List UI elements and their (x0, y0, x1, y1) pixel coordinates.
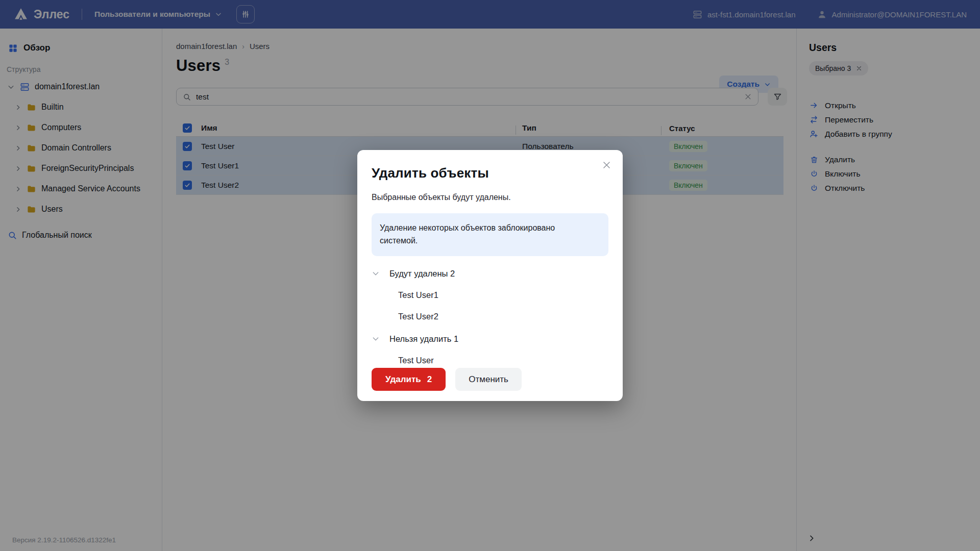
chevron-down-icon (372, 269, 380, 278)
cancel-button-label: Отменить (469, 374, 508, 384)
delete-button-label: Удалить (385, 374, 421, 385)
modal-subtitle: Выбранные объекты будут удалены. (372, 193, 608, 202)
confirm-delete-button[interactable]: Удалить 2 (372, 368, 446, 391)
modal-info-box: Удаление некоторых объектов заблокирован… (372, 213, 608, 256)
list-item: Test User (372, 356, 608, 365)
group-toggle-cannot-delete[interactable]: Нельзя удалить 1 (372, 334, 608, 344)
chevron-down-icon (372, 335, 380, 343)
modal-title: Удалить объекты (372, 165, 608, 181)
delete-button-count: 2 (427, 374, 432, 385)
group-toggle-will-delete[interactable]: Будут удалены 2 (372, 269, 608, 279)
modal-close-icon[interactable] (602, 160, 611, 170)
list-item: Test User2 (372, 312, 608, 321)
delete-objects-modal: Удалить объекты Выбранные объекты будут … (357, 150, 623, 401)
group-label: Будут удалены 2 (389, 269, 455, 279)
group-label: Нельзя удалить 1 (389, 334, 458, 344)
list-item: Test User1 (372, 290, 608, 300)
cancel-button[interactable]: Отменить (455, 368, 522, 391)
